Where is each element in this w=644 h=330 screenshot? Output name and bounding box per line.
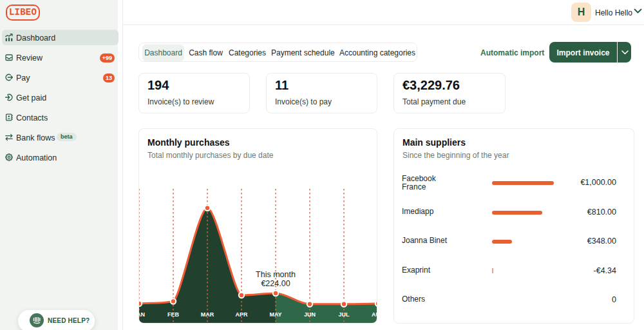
svg-text:This month: This month bbox=[256, 270, 296, 279]
svg-text:MAR: MAR bbox=[201, 311, 214, 318]
svg-text:AUG: AUG bbox=[372, 311, 377, 318]
svg-text:MAY: MAY bbox=[269, 311, 281, 318]
svg-text:€224.00: €224.00 bbox=[261, 279, 290, 288]
svg-text:APR: APR bbox=[235, 311, 248, 318]
svg-text:JUN: JUN bbox=[304, 311, 316, 318]
svg-text:FEB: FEB bbox=[167, 311, 180, 318]
svg-text:JUL: JUL bbox=[338, 311, 350, 318]
svg-text:JAN: JAN bbox=[139, 311, 145, 318]
